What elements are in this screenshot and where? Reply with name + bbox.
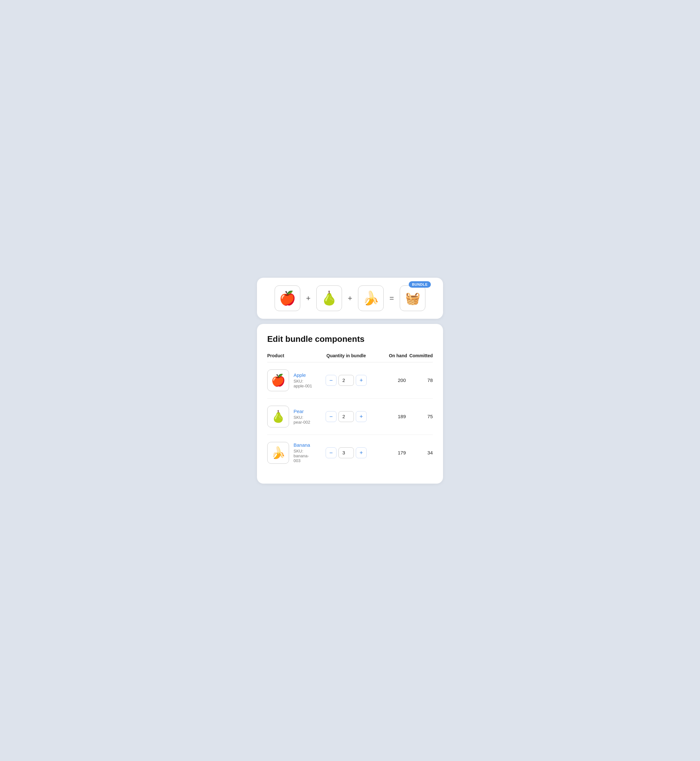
pear-preview-icon: 🍐 [316,285,342,311]
equals-operator: = [389,294,394,303]
apple-image: 🍎 [267,370,289,391]
table-header: Product Quantity in bundle On hand Commi… [267,353,433,362]
bundle-preview-card: 🍎 + 🍐 + 🍌 = 🧺 BUNDLE [257,278,443,319]
apple-name: Apple [294,372,314,378]
pear-quantity-cell: − + [314,411,378,422]
banana-increment-button[interactable]: + [356,448,367,458]
apple-info: Apple SKU: apple-001 [294,372,314,388]
pear-sku: SKU: pear-002 [294,415,314,424]
pear-quantity-input[interactable] [339,411,354,422]
apple-product-cell: 🍎 Apple SKU: apple-001 [267,370,314,391]
pear-committed: 75 [407,414,433,419]
bundle-badge: BUNDLE [409,281,431,288]
apple-on-hand: 200 [378,377,407,383]
banana-quantity-cell: − + [314,448,378,458]
plus-operator-2: + [348,294,352,303]
banana-product-cell: 🍌 Banana SKU: banana-003 [267,442,314,464]
banana-committed: 34 [407,450,433,455]
header-quantity: Quantity in bundle [314,353,378,358]
card-title: Edit bundle components [267,334,433,344]
apple-sku: SKU: apple-001 [294,379,314,388]
header-committed: Committed [407,353,433,358]
apple-quantity-cell: − + [314,375,378,386]
apple-quantity-input[interactable] [339,375,354,386]
pear-product-cell: 🍐 Pear SKU: pear-002 [267,405,314,427]
pear-on-hand: 189 [378,414,407,419]
table-row: 🍐 Pear SKU: pear-002 − + 189 75 [267,399,433,435]
header-on-hand: On hand [378,353,407,358]
banana-info: Banana SKU: banana-003 [294,442,314,463]
pear-info: Pear SKU: pear-002 [294,409,314,424]
plus-operator-1: + [306,294,311,303]
pear-increment-button[interactable]: + [356,411,367,422]
banana-preview-icon: 🍌 [358,285,384,311]
pear-name: Pear [294,409,314,414]
table-row: 🍌 Banana SKU: banana-003 − + 179 34 [267,435,433,471]
apple-increment-button[interactable]: + [356,375,367,386]
table-row: 🍎 Apple SKU: apple-001 − + 200 78 [267,362,433,399]
page-container: 🍎 + 🍐 + 🍌 = 🧺 BUNDLE Edit bundle compone… [257,278,443,483]
header-product: Product [267,353,314,358]
banana-image: 🍌 [267,442,289,464]
banana-quantity-input[interactable] [339,448,354,458]
apple-committed: 78 [407,377,433,383]
banana-decrement-button[interactable]: − [326,448,336,458]
pear-decrement-button[interactable]: − [326,411,336,422]
banana-on-hand: 179 [378,450,407,455]
banana-name: Banana [294,442,314,448]
pear-image: 🍐 [267,405,289,427]
apple-decrement-button[interactable]: − [326,375,336,386]
edit-bundle-card: Edit bundle components Product Quantity … [257,324,443,483]
bundle-result-icon: 🧺 BUNDLE [400,285,425,311]
banana-sku: SKU: banana-003 [294,449,314,463]
apple-preview-icon: 🍎 [275,285,300,311]
